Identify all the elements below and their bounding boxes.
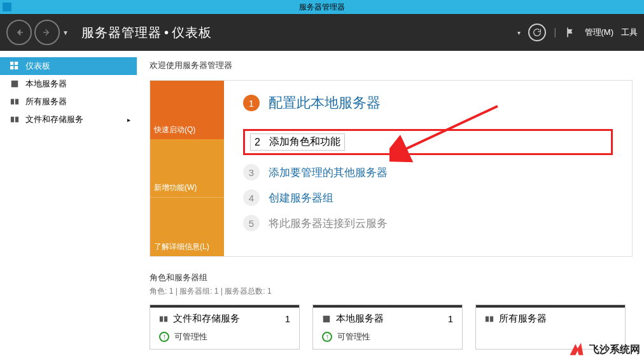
sidebar-item-label: 本地服务器 xyxy=(25,78,67,90)
welcome-heading: 欢迎使用服务器管理器 xyxy=(150,60,633,71)
quick-start-panel: 快速启动(Q) 新增功能(W) 了解详细信息(L) 1 配置此本地服务器 2 添… xyxy=(150,80,633,257)
svg-rect-16 xyxy=(490,316,493,322)
card-title: 本地服务器 xyxy=(336,313,384,325)
quick-body: 1 配置此本地服务器 2 添加角色和功能 3 添加要管理的其他服务器 4 创建服… xyxy=(224,81,632,256)
step-number: 1 xyxy=(243,95,260,111)
card-header: 所有服务器 xyxy=(485,313,616,325)
svg-rect-13 xyxy=(164,316,167,322)
dashboard-icon xyxy=(10,62,19,71)
refresh-icon xyxy=(532,27,542,37)
step-number: 3 xyxy=(243,164,260,180)
card-row-label: 可管理性 xyxy=(337,331,370,343)
tab-learnmore[interactable]: 了解详细信息(L) xyxy=(150,197,224,256)
servers-icon xyxy=(485,315,494,324)
sidebar-item-dashboard[interactable]: 仪表板 xyxy=(0,57,137,75)
svg-rect-4 xyxy=(10,66,13,69)
sidebar-item-label: 文件和存储服务 xyxy=(25,114,83,125)
tab-quickstart[interactable]: 快速启动(Q) xyxy=(150,81,224,139)
sidebar-item-label: 所有服务器 xyxy=(25,96,67,107)
breadcrumb-separator-icon: • xyxy=(164,25,169,40)
chevron-right-icon: ▸ xyxy=(127,116,130,123)
card-count: 1 xyxy=(448,313,453,324)
svg-rect-7 xyxy=(11,99,14,105)
card-row-manageability[interactable]: ↑ 可管理性 xyxy=(322,331,453,343)
highlight-add-roles: 2 添加角色和功能 xyxy=(243,129,613,155)
card-count: 1 xyxy=(285,313,290,324)
header-bar: ▼ 服务器管理器 • 仪表板 ▾ | 管理(M) 工具 xyxy=(0,14,644,51)
storage-icon xyxy=(159,315,168,324)
tab-label: 新增功能(W) xyxy=(154,182,197,193)
card-file-storage[interactable]: 文件和存储服务 1 ↑ 可管理性 xyxy=(150,304,300,350)
link-add-roles[interactable]: 添加角色和功能 xyxy=(269,135,340,149)
card-title: 文件和存储服务 xyxy=(173,313,240,325)
link-connect-cloud[interactable]: 将此服务器连接到云服务 xyxy=(269,216,388,231)
card-local-server[interactable]: 本地服务器 1 ↑ 可管理性 xyxy=(312,304,463,350)
header-right: ▾ | 管理(M) 工具 xyxy=(517,24,638,41)
body: 仪表板 本地服务器 所有服务器 文件和存储服务 ▸ 欢迎使用服务器管理器 快速启… xyxy=(0,51,644,361)
servers-icon xyxy=(10,97,19,106)
svg-rect-10 xyxy=(15,117,18,123)
window-title: 服务器管理器 xyxy=(299,2,345,13)
arrow-right-icon xyxy=(41,27,53,38)
link-create-group[interactable]: 创建服务器组 xyxy=(269,191,333,205)
nav-back-button[interactable] xyxy=(6,20,32,45)
sidebar-item-file-storage[interactable]: 文件和存储服务 ▸ xyxy=(0,111,137,128)
watermark: 飞沙系统网 www.fs0745.com xyxy=(568,341,640,358)
card-row-manageability[interactable]: ↑ 可管理性 xyxy=(159,331,290,343)
role-cards: 文件和存储服务 1 ↑ 可管理性 本地服务器 1 ↑ 可管理性 xyxy=(150,304,633,350)
step-configure-local: 1 配置此本地服务器 xyxy=(243,93,613,112)
divider: | xyxy=(554,27,556,38)
card-header: 文件和存储服务 1 xyxy=(159,313,290,325)
arrow-left-icon xyxy=(13,27,25,38)
svg-rect-15 xyxy=(486,316,489,322)
card-header: 本地服务器 1 xyxy=(322,313,453,325)
storage-icon xyxy=(10,115,19,124)
svg-rect-6 xyxy=(11,81,18,88)
step-number: 5 xyxy=(243,215,260,231)
highlight-inner: 2 添加角色和功能 xyxy=(250,133,345,151)
card-title: 所有服务器 xyxy=(499,313,547,325)
quick-tabs: 快速启动(Q) 新增功能(W) 了解详细信息(L) xyxy=(150,81,224,256)
svg-rect-14 xyxy=(323,315,330,322)
card-row-label: 可管理性 xyxy=(174,331,207,343)
flag-icon xyxy=(564,26,577,39)
sidebar: 仪表板 本地服务器 所有服务器 文件和存储服务 ▸ xyxy=(0,51,137,361)
roles-title: 角色和服务器组 xyxy=(150,272,633,283)
nav-forward-button[interactable] xyxy=(34,20,60,45)
server-icon xyxy=(10,79,19,88)
server-icon xyxy=(322,315,331,324)
breadcrumb-current: 仪表板 xyxy=(172,24,212,41)
svg-rect-5 xyxy=(15,66,18,69)
step-number: 2 xyxy=(255,137,260,148)
tab-label: 快速启动(Q) xyxy=(154,125,195,135)
status-ok-icon: ↑ xyxy=(322,332,332,342)
tab-whatsnew[interactable]: 新增功能(W) xyxy=(150,139,224,198)
sidebar-item-all-servers[interactable]: 所有服务器 xyxy=(0,93,137,111)
breadcrumb-root[interactable]: 服务器管理器 xyxy=(81,24,162,41)
menu-manage[interactable]: 管理(M) xyxy=(585,27,614,38)
sidebar-item-local-server[interactable]: 本地服务器 xyxy=(0,75,137,93)
sidebar-item-label: 仪表板 xyxy=(25,60,50,72)
step-number: 4 xyxy=(243,189,260,206)
header-caret-icon[interactable]: ▾ xyxy=(517,29,521,36)
svg-rect-3 xyxy=(15,62,18,65)
refresh-button[interactable] xyxy=(528,24,546,41)
menu-tools[interactable]: 工具 xyxy=(621,27,638,38)
nav-dropdown-caret[interactable]: ▼ xyxy=(62,29,69,36)
roles-subtitle: 角色: 1 | 服务器组: 1 | 服务器总数: 1 xyxy=(150,286,633,297)
watermark-brand: 飞沙系统网 xyxy=(589,343,640,357)
window-titlebar: 服务器管理器 xyxy=(0,0,644,14)
step-connect-cloud: 5 将此服务器连接到云服务 xyxy=(243,215,613,231)
status-ok-icon: ↑ xyxy=(159,332,169,342)
step-create-group: 4 创建服务器组 xyxy=(243,189,613,206)
link-configure-local[interactable]: 配置此本地服务器 xyxy=(269,93,381,112)
app-icon xyxy=(3,3,11,11)
breadcrumb: 服务器管理器 • 仪表板 xyxy=(81,24,212,41)
svg-rect-8 xyxy=(15,99,18,105)
notifications-button[interactable] xyxy=(564,26,577,39)
svg-rect-2 xyxy=(10,62,13,65)
link-add-servers[interactable]: 添加要管理的其他服务器 xyxy=(269,165,388,180)
watermark-logo-icon xyxy=(568,341,585,358)
step-add-servers: 3 添加要管理的其他服务器 xyxy=(243,164,613,180)
tab-label: 了解详细信息(L) xyxy=(154,242,209,252)
